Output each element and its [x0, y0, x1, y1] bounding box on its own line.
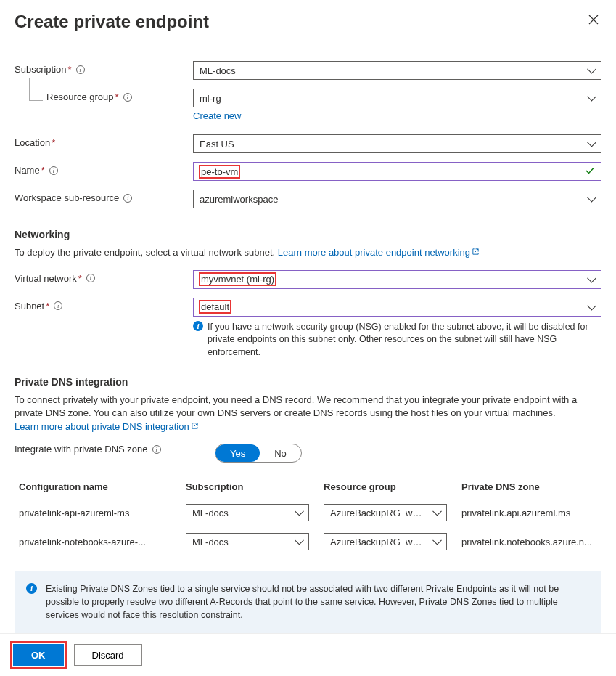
dns-rg-dropdown[interactable]: AzureBackupRG_westus_1 — [324, 504, 447, 521]
resource-group-dropdown[interactable]: ml-rg — [193, 89, 601, 107]
location-dropdown[interactable]: East US — [193, 134, 601, 153]
subscription-label: Subscription — [15, 64, 67, 75]
dns-intro: To connect privately with your private e… — [15, 394, 577, 418]
networking-heading: Networking — [15, 229, 601, 240]
info-icon[interactable] — [76, 65, 85, 74]
dns-zone: privatelink.api.azureml.ms — [461, 508, 597, 518]
dns-table-row: privatelink-notebooks-azure-... ML-docs … — [15, 527, 601, 556]
external-link-icon — [191, 420, 199, 433]
resource-group-label: Resource group — [46, 91, 114, 102]
dns-sub-dropdown[interactable]: ML-docs — [186, 533, 309, 550]
subscription-dropdown[interactable]: ML-docs — [193, 61, 601, 80]
location-value: East US — [200, 139, 234, 150]
info-icon[interactable] — [54, 301, 62, 310]
toggle-yes[interactable]: Yes — [215, 444, 260, 462]
close-button[interactable] — [586, 12, 601, 30]
subscription-value: ML-docs — [200, 65, 236, 76]
subnet-dropdown[interactable]: default — [193, 298, 601, 317]
required-star: * — [78, 273, 82, 284]
dns-learn-more-link[interactable]: Learn more about private DNS integration — [15, 421, 199, 432]
info-icon[interactable] — [123, 93, 132, 102]
info-icon[interactable] — [152, 445, 161, 454]
create-new-link[interactable]: Create new — [193, 110, 601, 121]
external-link-icon — [472, 246, 480, 259]
name-label: Name — [15, 165, 40, 176]
location-label: Location — [15, 137, 50, 148]
networking-learn-more-text: Learn more about private endpoint networ… — [278, 247, 470, 258]
dns-header-zone: Private DNS zone — [461, 481, 597, 492]
vnet-dropdown[interactable]: myvmvnet (ml-rg) — [193, 270, 601, 289]
integrate-dns-label: Integrate with private DNS zone — [15, 444, 148, 455]
toggle-no[interactable]: No — [260, 444, 301, 462]
subnet-value: default — [201, 301, 229, 312]
required-star: * — [46, 301, 49, 311]
info-icon-filled — [26, 583, 37, 594]
page-title: Create private endpoint — [15, 12, 209, 32]
dns-callout-text: Existing Private DNS Zones tied to a sin… — [46, 582, 590, 622]
integrate-dns-toggle[interactable]: Yes No — [215, 444, 302, 463]
required-star: * — [68, 64, 72, 75]
required-star: * — [41, 165, 45, 176]
required-star: * — [115, 91, 119, 102]
info-icon[interactable] — [86, 274, 95, 282]
name-value: pe-to-vm — [201, 166, 238, 177]
subnet-label: Subnet — [15, 301, 44, 311]
subresource-value: azuremlworkspace — [200, 194, 278, 205]
subresource-dropdown[interactable]: azuremlworkspace — [193, 190, 601, 208]
dns-table: Configuration name Subscription Resource… — [15, 476, 601, 556]
dns-header-config: Configuration name — [19, 481, 186, 492]
vnet-value: myvmvnet (ml-rg) — [201, 274, 274, 285]
dns-rg-value: AzureBackupRG_westus_1 — [330, 537, 424, 547]
dns-table-row: privatelink-api-azureml-ms ML-docs Azure… — [15, 498, 601, 527]
dns-header-sub: Subscription — [186, 481, 324, 492]
dns-sub-dropdown[interactable]: ML-docs — [186, 504, 309, 521]
info-icon[interactable] — [123, 194, 132, 203]
close-icon — [588, 15, 599, 25]
networking-learn-more-link[interactable]: Learn more about private endpoint networ… — [278, 247, 480, 258]
discard-button[interactable]: Discard — [74, 644, 142, 666]
info-icon[interactable] — [49, 166, 58, 175]
resource-group-value: ml-rg — [200, 93, 221, 104]
dns-rg-value: AzureBackupRG_westus_1 — [330, 508, 424, 518]
subnet-info-text: If you have a network security group (NS… — [208, 321, 601, 359]
dns-row-config: privatelink-api-azureml-ms — [19, 508, 186, 518]
info-icon-filled — [193, 321, 203, 331]
vnet-label: Virtual network — [15, 273, 77, 284]
dns-row-config: privatelink-notebooks-azure-... — [19, 537, 186, 547]
dns-sub-value: ML-docs — [192, 537, 229, 547]
dns-heading: Private DNS integration — [15, 376, 601, 388]
valid-check-icon — [585, 166, 595, 178]
networking-intro: To deploy the private endpoint, select a… — [15, 247, 275, 258]
ok-button[interactable]: OK — [13, 644, 64, 666]
name-input[interactable]: pe-to-vm — [193, 162, 601, 181]
dns-zone: privatelink.notebooks.azure.n... — [461, 537, 597, 547]
dns-callout: Existing Private DNS Zones tied to a sin… — [15, 571, 601, 633]
required-star: * — [52, 137, 55, 148]
subresource-label: Workspace sub-resource — [15, 192, 119, 203]
dns-learn-more-text: Learn more about private DNS integration — [15, 421, 189, 432]
dns-rg-dropdown[interactable]: AzureBackupRG_westus_1 — [324, 533, 447, 550]
dns-sub-value: ML-docs — [192, 508, 229, 518]
ok-highlight: OK — [10, 641, 67, 669]
dns-header-rg: Resource group — [324, 481, 461, 492]
